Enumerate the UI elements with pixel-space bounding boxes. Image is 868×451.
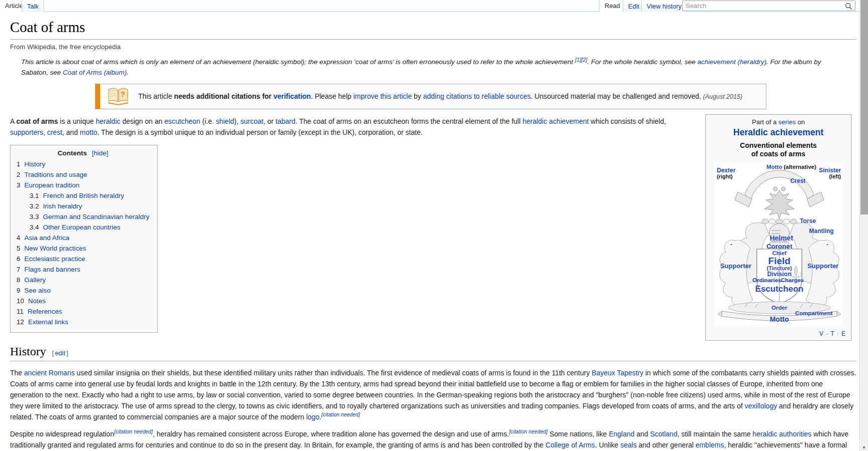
inline-link[interactable]: logo: [306, 413, 319, 421]
inline-link[interactable]: supporters: [10, 128, 43, 136]
toc-item-new-world-practices[interactable]: 5New World practices: [17, 243, 149, 254]
text-segment: This article: [138, 92, 174, 100]
edit-link[interactable]: edit: [54, 349, 67, 357]
toc-item-irish-heraldry[interactable]: 3.2Irish heraldry: [30, 201, 149, 211]
series-label: Part of a series on: [711, 118, 846, 126]
diagram-label-order: Order: [771, 305, 787, 311]
toc-item-references[interactable]: 11References: [17, 306, 149, 317]
inline-link[interactable]: [1][2]: [575, 57, 587, 63]
text-segment: and: [635, 430, 650, 438]
inline-link[interactable]: series: [778, 118, 796, 126]
section-heading-history: History[edit]: [10, 345, 856, 361]
inline-link[interactable]: heraldic authorities: [753, 430, 812, 438]
toc-item-german-and-scandinavian-heraldry[interactable]: 3.3German and Scandinavian heraldry: [30, 211, 149, 222]
toc-item-flags-and-banners[interactable]: 7Flags and banners: [17, 264, 149, 275]
search-box: [682, 1, 855, 11]
toc-item-other-european-countries[interactable]: 3.4Other European countries: [30, 222, 149, 233]
toc-item-external-links[interactable]: 12External links: [17, 317, 149, 327]
inline-link[interactable]: Scotland: [650, 430, 677, 438]
text-segment: , still maintain the same: [677, 430, 752, 438]
diagram-label-motto: Motto: [770, 315, 789, 323]
toc-item-history[interactable]: 1History: [17, 159, 149, 169]
toc-item-gallery[interactable]: 8Gallery: [17, 275, 149, 285]
text-segment: needs additional citations for: [174, 92, 273, 100]
inline-link[interactable]: achievement (heraldry): [697, 58, 766, 66]
text-segment: is a unique: [58, 117, 96, 125]
inline-link[interactable]: motto: [80, 128, 97, 136]
page-title: Coat of arms: [10, 19, 856, 40]
toc-hide-button[interactable]: [hide]: [92, 149, 108, 157]
text-segment: ),: [234, 117, 240, 125]
inline-link[interactable]: improve this article: [353, 92, 412, 100]
text-segment: (August 2015): [703, 93, 743, 100]
text-segment: on: [796, 118, 805, 126]
text-segment: Some nations, like: [547, 430, 609, 438]
inline-link[interactable]: shield: [216, 117, 234, 125]
inline-link[interactable]: surcoat: [240, 117, 263, 125]
inline-link[interactable]: ancient Romans: [24, 369, 75, 377]
diagram-label-coronet: Coronet: [766, 243, 792, 250]
inline-link[interactable]: vexillology: [745, 402, 777, 410]
text-segment: design on an: [120, 117, 164, 125]
scroll-down-arrow[interactable]: ▼: [860, 445, 868, 450]
text-segment: , and: [62, 128, 80, 136]
edit-section: [edit]: [52, 349, 68, 357]
diagram-label-helmet: Helmet: [770, 234, 793, 242]
diagram-label-sinister: Sinister: [819, 167, 841, 174]
toc-item-traditions-and-usage[interactable]: 2Traditions and usage: [17, 169, 149, 180]
text-segment: Despite no widespread regulation: [10, 430, 114, 438]
text-segment: and other general: [637, 441, 696, 449]
vte-links[interactable]: V · T · E: [711, 330, 846, 337]
scrollbar[interactable]: ▼: [859, 0, 868, 451]
toc-item-french-and-british-heraldry[interactable]: 3.1French and British heraldry: [30, 190, 149, 201]
lead-paragraph: A coat of arms is a unique heraldic desi…: [10, 116, 700, 138]
inline-link[interactable]: emblems: [696, 441, 724, 449]
text-segment: . Unlike: [595, 441, 621, 449]
inline-link[interactable]: escutcheon: [164, 117, 200, 125]
diagram-label-division: Division: [767, 271, 792, 278]
tab-read[interactable]: Read: [599, 0, 626, 12]
toc-item-asia-and-africa[interactable]: 4Asia and Africa: [17, 233, 149, 243]
infobox-subtitle-line2: of coats of arms: [711, 150, 846, 158]
text-segment: Part of a: [752, 118, 778, 126]
inline-link[interactable]: crest: [47, 128, 62, 136]
inline-link[interactable]: England: [609, 430, 634, 438]
toc-item-ecclesiastic-practice[interactable]: 6Ecclesiastic practice: [17, 254, 149, 264]
diagram-label-sinister-left: (left): [829, 173, 841, 179]
toc-item-notes[interactable]: 10Notes: [17, 296, 149, 306]
search-icon[interactable]: [845, 3, 852, 10]
achievement-diagram: Dexter (right) Motto (alternative) Sinis…: [715, 163, 842, 326]
open-book-question-icon: ?: [106, 86, 130, 107]
inline-link[interactable]: College of Arms: [545, 441, 595, 449]
inline-link[interactable]: Coat of Arms (album): [63, 69, 127, 76]
diagram-label-mantling: Mantling: [809, 228, 833, 235]
diagram-label-motto-alternative: Motto (alternative): [766, 164, 816, 170]
inline-link[interactable]: tabard: [275, 117, 296, 125]
inline-link[interactable]: seals: [620, 441, 637, 449]
text-segment: (i.e.: [200, 117, 216, 125]
text-segment: This article is about coat of arms which…: [21, 58, 575, 66]
tab-view-history[interactable]: View history: [641, 0, 687, 12]
table-of-contents: Contents [hide] 1History 2Traditions and…: [10, 145, 158, 333]
inline-link[interactable]: heraldic achievement: [522, 117, 589, 125]
inline-link[interactable]: [citation needed]: [114, 428, 153, 434]
inline-link[interactable]: heraldic: [96, 117, 120, 125]
search-input[interactable]: [683, 1, 839, 11]
toc-item-european-tradition[interactable]: 3European tradition: [17, 180, 149, 190]
infobox-title-link[interactable]: Heraldic achievement: [711, 127, 846, 138]
inline-link[interactable]: Bayeux Tapestry: [592, 369, 643, 377]
site-tagline: From Wikipedia, the free encyclopedia: [10, 43, 856, 51]
inline-link[interactable]: [citation needed]: [509, 428, 547, 434]
text-segment: which consists of shield,: [589, 117, 666, 125]
toc-item-see-also[interactable]: 9See also: [17, 285, 149, 296]
toc-header: Contents [hide]: [17, 149, 149, 157]
tab-talk[interactable]: Talk: [22, 0, 44, 12]
inline-link[interactable]: [citation needed]: [322, 411, 360, 417]
text-segment: used similar insignia on their shields, …: [75, 369, 592, 377]
text-segment: . Unsourced material may be challenged a…: [531, 92, 703, 100]
scrollbar-thumb[interactable]: [860, 0, 868, 214]
text-segment: . The coat of arms on an escutcheon form…: [296, 117, 522, 125]
inline-link[interactable]: verification: [273, 92, 311, 100]
heraldic-achievement-infobox: Part of a series on Heraldic achievement…: [705, 114, 851, 341]
inline-link[interactable]: adding citations to reliable sources: [423, 92, 531, 100]
